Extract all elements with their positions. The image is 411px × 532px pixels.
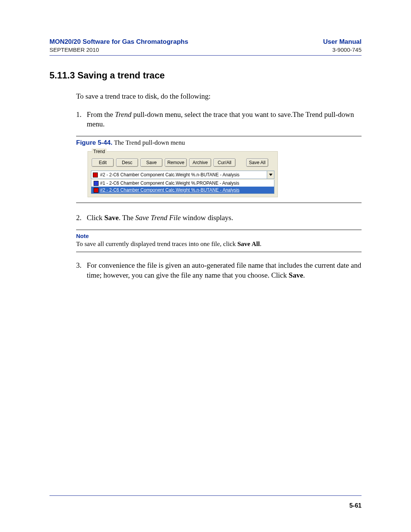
save-button[interactable]: Save <box>140 158 162 167</box>
trace-dropdown-list: #1 - 2-C6 Chamber Component Calc.Weight … <box>91 180 274 194</box>
trend-panel-legend: Trend <box>92 149 107 155</box>
archive-button[interactable]: Archive <box>189 158 211 167</box>
figure-caption-text: The Trend pull-down menu <box>114 139 185 146</box>
page-header: MON20/20 Software for Gas Chromatographs… <box>49 38 362 46</box>
manual-page: MON20/20 Software for Gas Chromatographs… <box>0 0 411 532</box>
remove-button[interactable]: Remove <box>165 158 187 167</box>
curall-button[interactable]: Cur/All <box>213 158 236 167</box>
trace-option-2-swatch <box>94 188 99 193</box>
body: To save a trend trace to disk, do the fo… <box>76 91 362 280</box>
page-number: 5-61 <box>349 502 362 509</box>
header-product-title: MON20/20 Software for Gas Chromatographs <box>49 38 188 46</box>
section-heading: 5.11.3 Saving a trend trace <box>49 70 362 81</box>
saveall-button[interactable]: Save All <box>246 158 268 167</box>
trace-option-2-text: #2 - 2-C6 Chamber Component Calc.Weight … <box>100 187 239 193</box>
section-title-text: Saving a trend trace <box>77 70 164 80</box>
figure-caption: Figure 5-44. The Trend pull-down menu <box>76 139 362 147</box>
trace-color-swatch <box>93 173 98 177</box>
trend-button-row: Edit Desc Save Remove Archive Cur/All Sa… <box>92 158 274 167</box>
header-docnum: 3-9000-745 <box>332 46 362 53</box>
intro-text: To save a trend trace to disk, do the fo… <box>76 91 362 101</box>
figure-number: Figure 5-44. <box>76 139 112 146</box>
step-1: 1. From the Trend pull-down menu, select… <box>76 110 362 129</box>
figure-5-44: Figure 5-44. The Trend pull-down menu Tr… <box>76 136 362 203</box>
trace-dropdown[interactable]: #2 - 2-C6 Chamber Component Calc.Weight … <box>91 171 274 179</box>
trace-option-1-text: #1 - 2-C6 Chamber Component Calc.Weight … <box>100 180 239 186</box>
trace-option-1-swatch <box>94 181 99 186</box>
desc-button[interactable]: Desc <box>116 158 138 167</box>
step-list: 1. From the Trend pull-down menu, select… <box>76 110 362 129</box>
note-label: Note <box>76 232 362 240</box>
edit-button[interactable]: Edit <box>92 158 114 167</box>
trend-panel: Trend Edit Desc Save Remove Archive Cur/… <box>88 151 278 198</box>
step-list-2: 2. Click Save. The Save Trend File windo… <box>76 213 362 223</box>
trace-dropdown-text: #2 - 2-C6 Chamber Component Calc.Weight … <box>99 172 267 178</box>
dropdown-arrow-icon[interactable] <box>267 171 274 179</box>
note-text: To save all currently displayed trend tr… <box>76 240 261 248</box>
trace-option-1[interactable]: #1 - 2-C6 Chamber Component Calc.Weight … <box>91 180 274 187</box>
header-date: SEPTEMBER 2010 <box>49 46 99 53</box>
figure-bottom-rule <box>76 203 362 203</box>
trace-option-2[interactable]: #2 - 2-C6 Chamber Component Calc.Weight … <box>91 187 274 193</box>
page-subheader: SEPTEMBER 2010 3-9000-745 <box>49 46 362 56</box>
section-number: 5.11.3 <box>49 70 75 80</box>
step-2: 2. Click Save. The Save Trend File windo… <box>76 213 362 223</box>
header-doc-type: User Manual <box>323 38 362 46</box>
footer-rule <box>49 495 362 496</box>
note-block: Note To save all currently displayed tre… <box>76 230 362 252</box>
step-3: 3. For convenience the file is given an … <box>76 260 362 280</box>
step-list-3: 3. For convenience the file is given an … <box>76 260 362 280</box>
